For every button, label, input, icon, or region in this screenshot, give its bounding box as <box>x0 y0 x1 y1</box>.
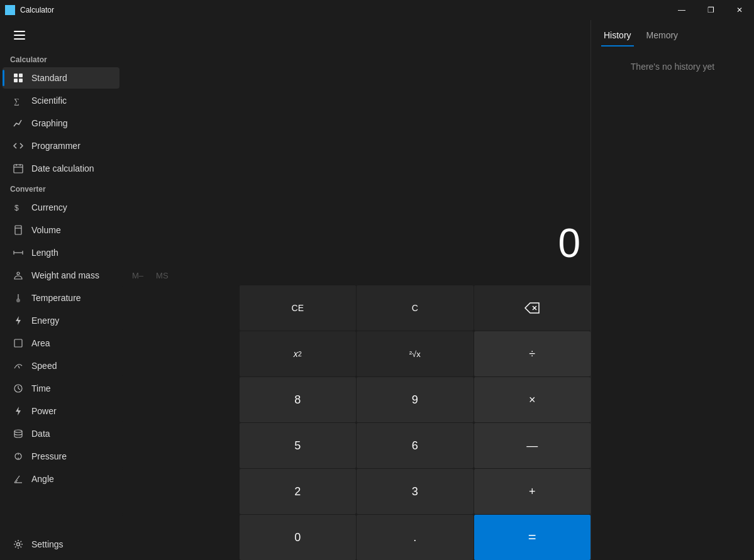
add-button[interactable]: + <box>474 469 591 514</box>
sidebar-item-weight[interactable]: Weight and mass <box>3 265 119 286</box>
svg-text:$: $ <box>14 204 19 212</box>
weight-icon <box>13 270 24 281</box>
square-button[interactable]: x2 <box>240 331 357 376</box>
sidebar-item-power[interactable]: Power <box>3 400 119 422</box>
settings-icon <box>13 539 24 550</box>
subtract-button[interactable]: — <box>474 423 591 468</box>
sidebar-item-settings[interactable]: Settings <box>3 534 119 555</box>
memory-store-button[interactable]: MS <box>151 268 174 283</box>
sidebar-item-area[interactable]: Area <box>3 332 119 354</box>
minimize-button[interactable]: — <box>667 0 696 20</box>
sidebar-item-energy[interactable]: Energy <box>3 310 119 331</box>
area-icon <box>13 338 24 349</box>
svg-text:∑: ∑ <box>14 97 19 106</box>
svg-marker-25 <box>16 316 21 325</box>
sqrt-button[interactable]: ²√x <box>357 331 474 376</box>
empty-btn-3 <box>122 377 239 422</box>
memory-minus-button[interactable]: M– <box>127 268 148 283</box>
sidebar-item-angle[interactable]: Angle <box>3 468 119 490</box>
svg-rect-9 <box>14 79 18 82</box>
sidebar-item-speed[interactable]: Speed <box>3 355 119 376</box>
date-icon <box>13 163 24 174</box>
svg-rect-5 <box>14 35 25 36</box>
svg-line-27 <box>18 366 19 368</box>
power-label: Power <box>31 406 57 416</box>
digit-9-button[interactable]: 9 <box>357 377 474 422</box>
calculator-area: 0 M– MS CE C x2 ² <box>122 20 590 560</box>
time-icon <box>13 383 24 394</box>
weight-label: Weight and mass <box>31 270 99 280</box>
multiply-button[interactable]: × <box>474 377 591 422</box>
digit-3-button[interactable]: 3 <box>357 469 474 514</box>
sidebar-item-currency[interactable]: $ Currency <box>3 197 119 218</box>
digit-2-button[interactable]: 2 <box>240 469 357 514</box>
sidebar-item-graphing[interactable]: Graphing <box>3 113 119 134</box>
graphing-label: Graphing <box>31 118 68 128</box>
sidebar-item-volume[interactable]: Volume <box>3 219 119 241</box>
sidebar-item-data[interactable]: Data <box>3 423 119 444</box>
svg-point-24 <box>17 299 20 302</box>
svg-point-32 <box>14 430 22 432</box>
equals-button[interactable]: = <box>474 515 591 560</box>
history-tab[interactable]: History <box>601 25 634 47</box>
digit-8-button[interactable]: 8 <box>240 377 357 422</box>
titlebar-controls: — ❐ ✕ <box>667 0 754 20</box>
svg-rect-2 <box>6 11 9 14</box>
data-icon <box>13 428 24 439</box>
sidebar-item-length[interactable]: Length <box>3 242 119 263</box>
empty-btn-6 <box>122 515 239 560</box>
sidebar-item-scientific[interactable]: ∑ Scientific <box>3 90 119 111</box>
svg-rect-10 <box>19 79 23 82</box>
pressure-icon <box>13 451 24 462</box>
titlebar-title: Calculator <box>20 6 54 14</box>
calculator-section-title: Calculator <box>0 50 122 67</box>
sidebar-item-programmer[interactable]: Programmer <box>3 135 119 156</box>
currency-icon: $ <box>13 202 24 213</box>
digit-6-button[interactable]: 6 <box>357 423 474 468</box>
close-button[interactable]: ✕ <box>725 0 754 20</box>
data-label: Data <box>31 429 50 439</box>
currency-label: Currency <box>31 202 67 212</box>
temperature-icon <box>13 292 24 304</box>
sidebar-item-time[interactable]: Time <box>3 378 119 399</box>
volume-label: Volume <box>31 225 61 235</box>
decimal-button[interactable]: . <box>357 515 474 560</box>
backspace-button[interactable] <box>474 285 591 331</box>
empty-btn-2 <box>122 331 239 376</box>
svg-point-38 <box>17 543 20 546</box>
memory-tab[interactable]: Memory <box>644 25 681 47</box>
display-value: 0 <box>558 223 580 263</box>
digit-5-button[interactable]: 5 <box>240 423 357 468</box>
svg-rect-8 <box>19 74 23 77</box>
empty-btn-5 <box>122 469 239 514</box>
settings-label: Settings <box>31 539 64 549</box>
titlebar-left: Calculator <box>5 5 54 15</box>
length-icon <box>13 247 24 258</box>
restore-button[interactable]: ❐ <box>696 0 725 20</box>
hamburger-menu-button[interactable] <box>5 23 34 48</box>
history-empty-message: There's no history yet <box>631 62 714 72</box>
energy-icon <box>13 315 24 326</box>
time-label: Time <box>31 383 51 393</box>
svg-rect-12 <box>14 165 23 173</box>
svg-rect-0 <box>6 6 9 9</box>
area-label: Area <box>31 338 50 348</box>
length-label: Length <box>31 248 58 258</box>
divide-button[interactable]: ÷ <box>474 331 591 376</box>
button-grid: CE C x2 ²√x ÷ 8 9 × 5 6 — <box>122 285 590 560</box>
sidebar-item-date[interactable]: Date calculation <box>3 158 119 179</box>
sidebar-item-pressure[interactable]: Pressure <box>3 446 119 467</box>
clear-button[interactable]: C <box>357 285 474 331</box>
clear-entry-button[interactable]: CE <box>240 285 357 331</box>
app-icon <box>5 5 15 15</box>
standard-label: Standard <box>31 73 67 83</box>
svg-rect-17 <box>15 226 21 234</box>
svg-line-37 <box>14 476 19 483</box>
scientific-icon: ∑ <box>13 95 24 106</box>
sidebar-item-standard[interactable]: Standard <box>3 67 119 89</box>
digit-0-button[interactable]: 0 <box>240 515 357 560</box>
svg-point-22 <box>17 272 19 275</box>
sidebar-item-temperature[interactable]: Temperature <box>3 287 119 309</box>
scientific-label: Scientific <box>31 96 67 106</box>
volume-icon <box>13 224 24 236</box>
